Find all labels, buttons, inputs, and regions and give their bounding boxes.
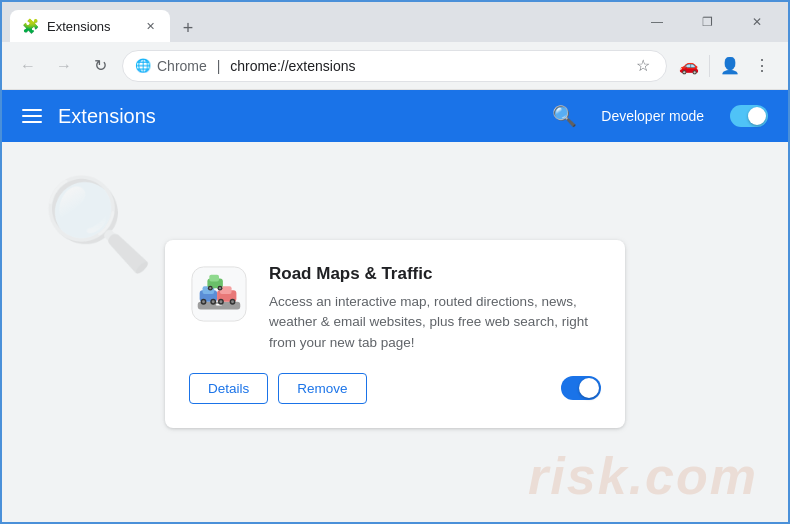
extension-toggle-knob <box>579 378 599 398</box>
developer-mode-toggle[interactable] <box>730 105 768 127</box>
extension-icon <box>189 264 249 324</box>
menu-icon[interactable]: ⋮ <box>748 52 776 80</box>
url-path: chrome://extensions <box>230 58 355 74</box>
toolbar-divider <box>709 55 710 77</box>
extension-info: Road Maps & Traffic Access an interactiv… <box>269 264 601 353</box>
details-button[interactable]: Details <box>189 373 268 404</box>
extension-card: Road Maps & Traffic Access an interactiv… <box>165 240 625 428</box>
window-controls: — ❐ ✕ <box>634 6 780 38</box>
url-bar[interactable]: 🌐 Chrome | chrome://extensions ☆ <box>122 50 667 82</box>
watermark-text: risk.com <box>528 446 758 506</box>
url-origin: Chrome <box>157 58 207 74</box>
new-tab-button[interactable]: + <box>174 14 202 42</box>
svg-point-6 <box>202 300 205 303</box>
tab-close-button[interactable]: ✕ <box>142 18 158 34</box>
address-bar: ← → ↻ 🌐 Chrome | chrome://extensions ☆ 🚗… <box>2 42 788 90</box>
extension-card-header: Road Maps & Traffic Access an interactiv… <box>189 264 601 353</box>
minimize-button[interactable]: — <box>634 6 680 38</box>
close-button[interactable]: ✕ <box>734 6 780 38</box>
url-separator: | <box>213 58 224 74</box>
watermark-icon: 🔍 <box>42 172 154 277</box>
svg-point-8 <box>212 300 215 303</box>
search-button[interactable]: 🔍 <box>552 104 577 128</box>
account-icon[interactable]: 👤 <box>716 52 744 80</box>
tab-bar: 🧩 Extensions ✕ + <box>10 2 634 42</box>
lock-icon: 🌐 <box>135 58 151 73</box>
bookmark-icon[interactable]: ☆ <box>632 54 654 77</box>
back-button[interactable]: ← <box>14 52 42 80</box>
main-content: 🔍 risk.com <box>2 142 788 524</box>
extension-enable-toggle[interactable] <box>561 376 601 400</box>
svg-rect-16 <box>209 275 219 282</box>
extensions-header: Extensions 🔍 Developer mode <box>2 90 788 142</box>
remove-button[interactable]: Remove <box>278 373 366 404</box>
active-tab[interactable]: 🧩 Extensions ✕ <box>10 10 170 42</box>
developer-mode-label: Developer mode <box>601 108 704 124</box>
toolbar-icons: 🚗 👤 ⋮ <box>675 52 776 80</box>
svg-point-18 <box>209 287 211 289</box>
extension-name: Road Maps & Traffic <box>269 264 601 284</box>
svg-point-12 <box>219 300 222 303</box>
svg-point-14 <box>231 300 234 303</box>
extension-toolbar-icon[interactable]: 🚗 <box>675 52 703 80</box>
svg-point-20 <box>219 287 221 289</box>
title-bar: 🧩 Extensions ✕ + — ❐ ✕ <box>2 2 788 42</box>
forward-button[interactable]: → <box>50 52 78 80</box>
extension-tab-icon: 🧩 <box>22 18 39 34</box>
tab-label: Extensions <box>47 19 134 34</box>
hamburger-menu[interactable] <box>22 109 42 123</box>
toggle-knob <box>748 107 766 125</box>
extension-card-footer: Details Remove <box>189 373 601 404</box>
reload-button[interactable]: ↻ <box>86 52 114 80</box>
extension-description: Access an interactive map, routed direct… <box>269 292 601 353</box>
extensions-title: Extensions <box>58 105 536 128</box>
maximize-button[interactable]: ❐ <box>684 6 730 38</box>
